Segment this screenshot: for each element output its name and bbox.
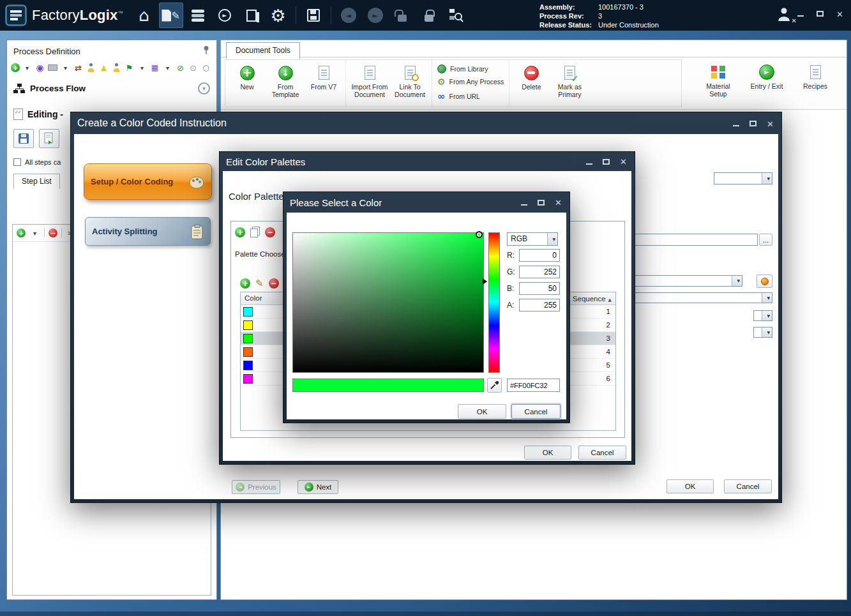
add-palette-icon[interactable] bbox=[235, 227, 245, 237]
process-search-icon[interactable] bbox=[444, 3, 468, 28]
process-flow-row[interactable]: Process Flow bbox=[7, 75, 216, 100]
red-input[interactable] bbox=[519, 249, 560, 262]
material-setup-button[interactable]: Material Setup bbox=[698, 61, 738, 106]
sync-icon[interactable] bbox=[73, 62, 84, 73]
add-color-icon[interactable] bbox=[240, 278, 250, 289]
dropdown-caret-icon[interactable] bbox=[137, 62, 147, 73]
import-from-document-button[interactable]: Import From Document bbox=[349, 61, 390, 105]
dialog-titlebar[interactable]: Please Select a Color bbox=[283, 192, 569, 213]
instruction-type-combo[interactable] bbox=[714, 172, 772, 184]
edit-color-icon[interactable] bbox=[255, 278, 264, 289]
minimize-icon[interactable] bbox=[733, 125, 739, 126]
minimize-icon[interactable] bbox=[521, 204, 527, 206]
close-icon[interactable] bbox=[836, 8, 843, 20]
add-icon[interactable] bbox=[11, 63, 20, 72]
color-cursor[interactable] bbox=[476, 231, 483, 238]
alpha-input[interactable] bbox=[519, 299, 560, 312]
all-steps-checkbox[interactable] bbox=[13, 158, 21, 166]
maximize-icon[interactable] bbox=[603, 159, 610, 165]
entry-exit-button[interactable]: Entry / Exit bbox=[747, 61, 787, 106]
tab-document-tools[interactable]: Document Tools bbox=[226, 42, 300, 59]
forward-icon[interactable]: ► bbox=[363, 3, 388, 28]
from-any-process-button[interactable]: From Any Process bbox=[437, 76, 504, 87]
saturation-value-area[interactable] bbox=[292, 232, 484, 373]
link-to-document-button[interactable]: Link To Document bbox=[391, 61, 428, 105]
active-status-icon[interactable] bbox=[200, 62, 211, 73]
save-icon[interactable] bbox=[301, 3, 326, 28]
tab-step-list[interactable]: Step List bbox=[13, 174, 60, 189]
hue-slider[interactable] bbox=[488, 232, 500, 373]
import-step-button[interactable] bbox=[39, 129, 59, 148]
from-url-button[interactable]: From URL bbox=[437, 90, 504, 103]
from-library-button[interactable]: From Library bbox=[437, 64, 504, 74]
activity-splitting-button[interactable]: Activity Splitting bbox=[85, 217, 211, 246]
dropdown-caret-icon[interactable] bbox=[60, 62, 71, 73]
hold-status-icon[interactable] bbox=[188, 62, 199, 73]
new-button[interactable]: New bbox=[229, 61, 266, 105]
maximize-icon[interactable] bbox=[817, 11, 824, 17]
ok-button[interactable]: OK bbox=[458, 404, 506, 419]
next-button[interactable]: ► Next bbox=[297, 480, 338, 494]
cancel-button[interactable]: Cancel bbox=[724, 479, 772, 493]
ok-button[interactable]: OK bbox=[524, 446, 571, 460]
collapse-chevron-icon[interactable] bbox=[198, 82, 210, 94]
deploy-icon[interactable] bbox=[149, 62, 160, 73]
production-layers-icon[interactable] bbox=[186, 3, 210, 28]
user-icon[interactable] bbox=[111, 62, 122, 73]
previous-button[interactable]: ◄ Previous bbox=[232, 480, 280, 494]
cancel-button[interactable]: Cancel bbox=[511, 404, 561, 419]
delete-button[interactable]: Delete bbox=[513, 61, 550, 105]
lock-icon[interactable] bbox=[417, 3, 441, 28]
hue-slider-handle[interactable] bbox=[483, 278, 487, 285]
settings-gear-icon[interactable] bbox=[266, 3, 290, 28]
disable-status-icon[interactable] bbox=[175, 62, 186, 73]
blue-input[interactable] bbox=[519, 282, 560, 295]
eyedropper-button[interactable] bbox=[487, 378, 502, 393]
minimize-icon[interactable] bbox=[797, 15, 804, 17]
sequence-column-header[interactable]: Sequence bbox=[569, 292, 615, 304]
user-assign-icon[interactable] bbox=[86, 62, 96, 73]
close-icon[interactable] bbox=[555, 197, 562, 208]
pin-icon[interactable] bbox=[202, 45, 210, 57]
copy-palette-icon[interactable] bbox=[250, 229, 258, 237]
save-step-button[interactable] bbox=[13, 129, 34, 148]
recipes-button[interactable]: Recipes bbox=[795, 61, 835, 106]
from-v7-button[interactable]: From V7 bbox=[305, 61, 342, 105]
process-definition-icon[interactable]: ✎ bbox=[159, 3, 183, 28]
edit-palette-button[interactable] bbox=[757, 274, 772, 288]
dialog-titlebar[interactable]: Edit Color Palettes bbox=[220, 152, 635, 171]
ok-button[interactable]: OK bbox=[666, 479, 714, 493]
maximize-icon[interactable] bbox=[538, 200, 545, 206]
home-icon[interactable] bbox=[132, 3, 156, 28]
flask-icon[interactable] bbox=[98, 62, 109, 73]
dispatch-icon[interactable] bbox=[213, 3, 237, 28]
color-mode-combo[interactable]: RGB bbox=[507, 232, 558, 246]
mark-as-primary-button[interactable]: Mark as Primary bbox=[551, 61, 588, 105]
unlock-icon[interactable] bbox=[390, 3, 414, 28]
option-combo[interactable] bbox=[753, 310, 772, 321]
minimize-icon[interactable] bbox=[586, 163, 592, 165]
dropdown-caret-icon[interactable] bbox=[29, 227, 40, 239]
from-template-button[interactable]: From Template bbox=[267, 61, 304, 105]
maximize-icon[interactable] bbox=[749, 121, 757, 126]
green-input[interactable] bbox=[519, 266, 560, 278]
print-icon[interactable] bbox=[47, 62, 58, 73]
remove-color-icon[interactable] bbox=[269, 278, 279, 289]
add-step-icon[interactable] bbox=[17, 229, 26, 237]
dropdown-caret-icon[interactable] bbox=[162, 62, 173, 73]
close-icon[interactable] bbox=[620, 156, 627, 167]
documents-icon[interactable] bbox=[239, 3, 264, 28]
dialog-titlebar[interactable]: Create a Color Coded Instruction bbox=[71, 112, 781, 134]
user-icon[interactable]: ✕ bbox=[776, 6, 792, 25]
remove-step-icon[interactable] bbox=[49, 229, 57, 237]
hex-color-input[interactable] bbox=[507, 379, 560, 392]
navigate-icon[interactable] bbox=[34, 62, 45, 73]
color-mode-combo[interactable] bbox=[612, 292, 772, 303]
close-icon[interactable] bbox=[767, 117, 774, 130]
back-icon[interactable]: ◄ bbox=[336, 3, 361, 28]
option-combo[interactable] bbox=[753, 327, 772, 338]
cancel-button[interactable]: Cancel bbox=[578, 446, 626, 460]
remove-palette-icon[interactable] bbox=[265, 227, 275, 237]
dropdown-caret-icon[interactable] bbox=[22, 62, 33, 73]
setup-color-coding-button[interactable]: Setup / Color Coding bbox=[84, 163, 212, 200]
